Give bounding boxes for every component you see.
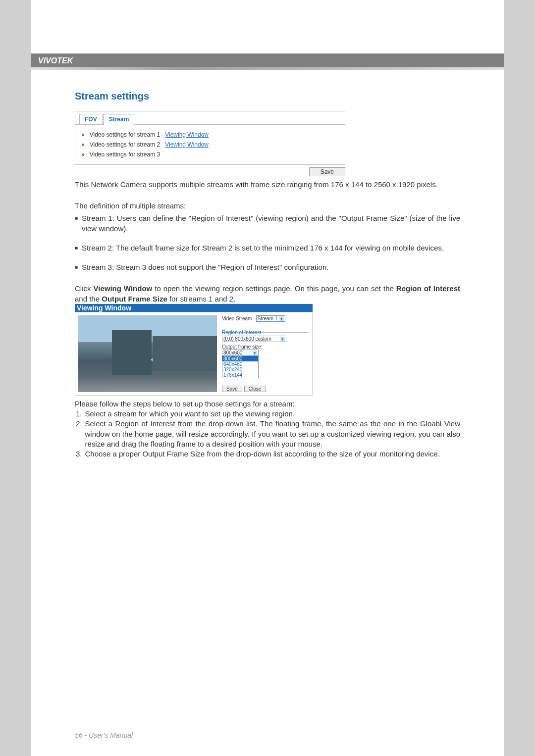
output-frame-size-value: 800x600 bbox=[223, 350, 242, 355]
section-title: Stream settings bbox=[75, 91, 460, 102]
stream-panel: FOV Stream » Video settings for stream 1… bbox=[75, 111, 345, 165]
click-viewing-window-paragraph: Click Viewing Window to open the viewing… bbox=[75, 283, 460, 304]
stream-row[interactable]: » Video settings for stream 3 bbox=[81, 150, 339, 159]
step-number: 2. bbox=[76, 419, 82, 449]
chevron-down-icon: ▾ bbox=[279, 316, 284, 321]
brand-header: VIVOTEK bbox=[31, 53, 504, 67]
select-option[interactable]: 320x240 bbox=[222, 367, 258, 372]
list-item: ■ Stream 2: The default frame size for S… bbox=[75, 243, 460, 253]
chevron-down-icon: ▾ bbox=[253, 351, 257, 355]
chevron-right-icon: » bbox=[81, 131, 85, 138]
square-bullet-icon: ■ bbox=[75, 215, 78, 234]
select-option[interactable]: 800x600 bbox=[222, 356, 258, 361]
intro-paragraph: This Network Camera supports multiple st… bbox=[75, 179, 460, 190]
list-item-text: Stream 2: The default frame size for Str… bbox=[82, 243, 444, 253]
video-stream-label: Video Stream : bbox=[222, 316, 255, 321]
stream-settings-list: » Video settings for stream 1 Viewing Wi… bbox=[75, 125, 345, 159]
viewing-window-title-bar: Viewing Window bbox=[75, 304, 313, 312]
viewing-window-link[interactable]: Viewing Window bbox=[165, 141, 209, 148]
stream-definition-list: ■ Stream 1: Users can define the "Region… bbox=[75, 213, 460, 272]
video-stream-row: Video Stream : Stream 1 ▾ bbox=[222, 315, 309, 322]
footer-title: User's Manual bbox=[89, 731, 133, 739]
tab-bar: FOV Stream bbox=[75, 111, 345, 125]
stream-row-label: Video settings for stream 2 bbox=[90, 141, 160, 148]
step-number: 1. bbox=[76, 409, 82, 419]
video-stream-value: Stream 1 bbox=[258, 316, 278, 321]
vw-save-button[interactable]: Save bbox=[222, 386, 242, 392]
select-option[interactable]: 640x480 bbox=[222, 361, 258, 367]
list-item-text: Stream 1: Users can define the "Region o… bbox=[82, 213, 460, 234]
vw-close-button[interactable]: Close bbox=[244, 386, 266, 392]
square-bullet-icon: ■ bbox=[75, 264, 78, 272]
save-row: Save bbox=[75, 165, 345, 176]
square-bullet-icon: ■ bbox=[75, 245, 78, 253]
stream-row[interactable]: » Video settings for stream 1 Viewing Wi… bbox=[81, 130, 339, 140]
tab-fov[interactable]: FOV bbox=[79, 114, 103, 125]
step-item: 2. Select a Region of Interest from the … bbox=[75, 419, 460, 449]
chevron-right-icon: » bbox=[81, 141, 85, 148]
viewing-window-controls: Video Stream : Stream 1 ▾ Region of Inte… bbox=[222, 315, 309, 392]
video-stream-select[interactable]: Stream 1 ▾ bbox=[256, 315, 286, 322]
content: Stream settings FOV Stream » Video setti… bbox=[31, 70, 504, 459]
save-button[interactable]: Save bbox=[309, 167, 345, 176]
brand-text: VIVOTEK bbox=[38, 56, 73, 65]
tab-stream[interactable]: Stream bbox=[104, 114, 135, 125]
output-frame-size-label: Output frame size: bbox=[222, 344, 309, 350]
camera-preview[interactable]: ✥ bbox=[78, 315, 217, 392]
stream-row-label: Video settings for stream 1 bbox=[90, 131, 160, 138]
stream-row[interactable]: » Video settings for stream 2 Viewing Wi… bbox=[81, 140, 339, 150]
move-cross-icon[interactable]: ✥ bbox=[151, 354, 159, 366]
step-item: 3. Choose a proper Output Frame Size fro… bbox=[75, 449, 460, 459]
step-item: 1. Select a stream for which you want to… bbox=[75, 409, 460, 419]
list-item: ■ Stream 3: Stream 3 does not support th… bbox=[75, 262, 460, 272]
output-frame-size-options[interactable]: 800x600 640x480 320x240 176x144 bbox=[222, 356, 259, 378]
page: VIVOTEK Stream settings FOV Stream » Vid… bbox=[31, 0, 504, 756]
page-footer: 56 - User's Manual bbox=[75, 731, 133, 739]
roi-select[interactable]: (0,0) 800x600 custom ▾ bbox=[222, 336, 286, 342]
roi-value: (0,0) 800x600 custom bbox=[223, 336, 271, 342]
steps-heading: Please follow the steps below to set up … bbox=[75, 399, 460, 409]
list-item: ■ Stream 1: Users can define the "Region… bbox=[75, 213, 460, 234]
select-option[interactable]: 176x144 bbox=[222, 372, 258, 378]
stream-row-label: Video settings for stream 3 bbox=[90, 151, 160, 158]
viewing-window-panel: ✥ Video Stream : Stream 1 ▾ Region of In… bbox=[75, 312, 313, 396]
definitions-heading: The definition of multiple streams: bbox=[75, 201, 460, 211]
viewing-window-link[interactable]: Viewing Window bbox=[165, 131, 209, 138]
chevron-right-icon: » bbox=[81, 151, 85, 158]
list-item-text: Stream 3: Stream 3 does not support the … bbox=[82, 262, 328, 272]
step-number: 3. bbox=[76, 449, 82, 459]
steps-list: 1. Select a stream for which you want to… bbox=[75, 409, 460, 459]
output-frame-size-select[interactable]: 800x600 ▾ bbox=[222, 350, 259, 356]
page-number: 56 bbox=[75, 731, 83, 739]
chevron-down-icon: ▾ bbox=[280, 337, 285, 342]
